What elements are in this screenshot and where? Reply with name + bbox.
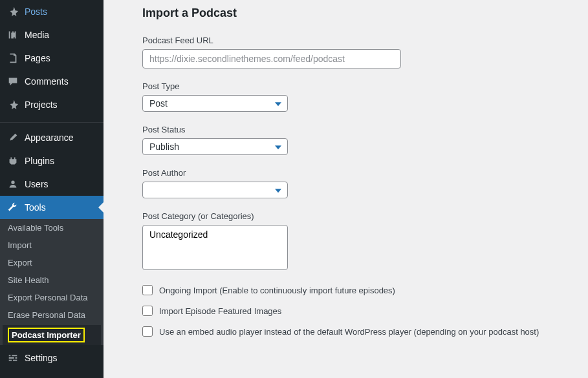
sidebar-item-plugins[interactable]: Plugins bbox=[0, 149, 103, 173]
checkbox-embed-player[interactable] bbox=[142, 326, 153, 337]
sidebar-item-label: Pages bbox=[25, 53, 50, 63]
sidebar-item-comments[interactable]: Comments bbox=[0, 70, 103, 93]
select-wrap: Publish bbox=[142, 138, 288, 155]
field-feed-url: Podcast Feed URL bbox=[142, 36, 575, 68]
sidebar-item-tools[interactable]: Tools bbox=[0, 196, 103, 219]
label-post-status: Post Status bbox=[142, 125, 575, 134]
input-feed-url[interactable] bbox=[142, 49, 401, 68]
select-wrap bbox=[142, 182, 288, 198]
sidebar-item-label: Comments bbox=[25, 76, 69, 87]
submenu-site-health[interactable]: Site Health bbox=[0, 271, 103, 289]
sidebar-item-label: Media bbox=[25, 30, 49, 40]
sidebar-item-posts[interactable]: Posts bbox=[0, 0, 103, 23]
checkbox-import-images[interactable] bbox=[142, 306, 153, 316]
page-icon bbox=[6, 52, 19, 65]
media-icon bbox=[6, 28, 19, 41]
pin-icon bbox=[6, 98, 19, 111]
label-post-type: Post Type bbox=[142, 81, 575, 91]
label-feed-url: Podcast Feed URL bbox=[142, 36, 575, 45]
sidebar-item-label: Users bbox=[25, 179, 49, 189]
label-embed-player: Use an embed audio player instead of the… bbox=[159, 327, 539, 337]
brush-icon bbox=[6, 131, 19, 144]
sidebar-item-label: Projects bbox=[25, 100, 58, 110]
field-post-status: Post Status Publish bbox=[142, 125, 575, 155]
field-embed-player: Use an embed audio player instead of the… bbox=[142, 326, 575, 337]
main-content: Import a Podcast Podcast Feed URL Post T… bbox=[103, 0, 588, 378]
submenu-podcast-importer[interactable]: Podcast Importer bbox=[3, 325, 101, 345]
sidebar-item-label: Plugins bbox=[25, 156, 54, 166]
sidebar-item-projects[interactable]: Projects bbox=[0, 93, 103, 116]
label-ongoing-import: Ongoing Import (Enable to continuously i… bbox=[159, 286, 395, 295]
field-import-images: Import Episode Featured Images bbox=[142, 306, 575, 316]
sidebar-item-users[interactable]: Users bbox=[0, 173, 103, 196]
select-post-author[interactable] bbox=[142, 182, 288, 198]
submenu-import[interactable]: Import bbox=[0, 236, 103, 254]
submenu-available-tools[interactable]: Available Tools bbox=[0, 219, 103, 236]
sidebar-item-media[interactable]: Media bbox=[0, 23, 103, 47]
sidebar-item-appearance[interactable]: Appearance bbox=[0, 126, 103, 149]
sidebar-item-label: Posts bbox=[25, 6, 47, 17]
separator bbox=[0, 120, 103, 123]
sidebar-item-label: Tools bbox=[25, 202, 46, 213]
field-post-author: Post Author bbox=[142, 168, 575, 198]
select-post-status[interactable]: Publish bbox=[142, 138, 288, 155]
field-post-category: Post Category (or Categories) Uncategori… bbox=[142, 211, 575, 272]
user-icon bbox=[6, 178, 19, 191]
label-post-category: Post Category (or Categories) bbox=[142, 211, 575, 221]
select-wrap: Post bbox=[142, 95, 288, 112]
sidebar-item-settings[interactable]: Settings bbox=[0, 346, 103, 370]
sidebar-item-label: Appearance bbox=[25, 132, 74, 143]
plug-icon bbox=[6, 154, 19, 167]
sliders-icon bbox=[6, 352, 19, 364]
checkbox-ongoing-import[interactable] bbox=[142, 285, 153, 295]
page-title: Import a Podcast bbox=[142, 6, 575, 20]
submenu-export[interactable]: Export bbox=[0, 254, 103, 271]
field-post-type: Post Type Post bbox=[142, 81, 575, 112]
submenu-erase-personal[interactable]: Erase Personal Data bbox=[0, 306, 103, 324]
wrench-icon bbox=[6, 201, 19, 214]
sidebar-item-label: Settings bbox=[25, 353, 58, 363]
tools-submenu: Available Tools Import Export Site Healt… bbox=[0, 219, 103, 345]
select-post-type[interactable]: Post bbox=[142, 95, 288, 112]
label-import-images: Import Episode Featured Images bbox=[159, 306, 281, 316]
admin-sidebar: Posts Media Pages Comments Projects Appe… bbox=[0, 0, 103, 378]
sidebar-item-pages[interactable]: Pages bbox=[0, 47, 103, 70]
pin-icon bbox=[6, 5, 19, 18]
submenu-export-personal[interactable]: Export Personal Data bbox=[0, 289, 103, 306]
textarea-post-category[interactable]: Uncategorized bbox=[142, 225, 288, 270]
label-post-author: Post Author bbox=[142, 168, 575, 178]
field-ongoing-import: Ongoing Import (Enable to continuously i… bbox=[142, 285, 575, 295]
comment-icon bbox=[6, 75, 19, 88]
